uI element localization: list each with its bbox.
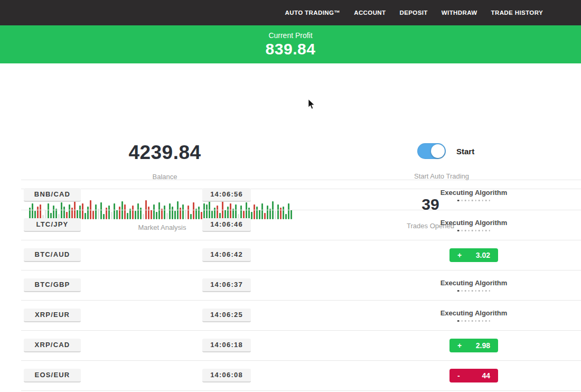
pair-badge: BTC/GBP	[24, 278, 81, 292]
time-badge: 14:06:25	[202, 309, 251, 322]
status-executing: Executing Algorithm	[441, 309, 508, 322]
time-badge: 14:06:42	[202, 248, 251, 262]
result-value: 44	[482, 371, 490, 380]
pair-badge: LTC/JPY	[24, 218, 81, 232]
pair-badge: EOS/EUR	[24, 369, 81, 382]
status-text: Executing Algorithm	[441, 279, 508, 287]
current-profit-value: 839.84	[0, 40, 581, 58]
start-auto-trading-label: Start Auto Trading	[414, 172, 469, 180]
result-value: 2.98	[476, 341, 490, 350]
nav-item-trade-history[interactable]: TRADE HISTORY	[491, 10, 543, 16]
auto-trading-toggle[interactable]	[417, 143, 446, 159]
trade-row: BNB/CAD 14:06:56 Executing Algorithm	[21, 180, 581, 210]
time-badge: 14:06:18	[202, 339, 251, 352]
status-text: Executing Algorithm	[441, 219, 508, 227]
stats-section: 4239.84 Balance Start Start Auto Trading…	[0, 63, 581, 180]
loading-dots-icon	[441, 290, 508, 292]
time-badge: 14:06:46	[202, 218, 251, 232]
status-executing: Executing Algorithm	[441, 189, 508, 201]
trade-row: EOS/EUR 14:06:08 - 44	[21, 361, 581, 391]
status-executing: Executing Algorithm	[441, 219, 508, 231]
pair-badge: XRP/CAD	[24, 339, 81, 352]
loading-dots-icon	[441, 200, 508, 201]
nav-item-account[interactable]: ACCOUNT	[354, 10, 386, 16]
loss-badge: - 44	[449, 369, 498, 382]
result-value: 3.02	[476, 251, 490, 259]
current-profit-label: Current Profit	[0, 25, 581, 40]
pair-badge: BTC/AUD	[24, 248, 81, 262]
profit-badge: + 3.02	[449, 248, 498, 262]
toggle-start-label: Start	[456, 147, 474, 156]
time-badge: 14:06:56	[202, 188, 251, 202]
result-sign: -	[457, 371, 460, 380]
trades-table: BNB/CAD 14:06:56 Executing Algorithm LTC…	[21, 180, 581, 391]
nav-item-withdraw[interactable]: WITHDRAW	[442, 10, 477, 16]
nav-item-deposit[interactable]: DEPOSIT	[400, 10, 428, 16]
profit-badge: + 2.98	[449, 339, 498, 352]
time-badge: 14:06:37	[202, 278, 251, 292]
loading-dots-icon	[441, 320, 508, 322]
trade-row: BTC/AUD 14:06:42 + 3.02	[21, 240, 581, 270]
result-sign: +	[457, 251, 462, 259]
trade-row: XRP/EUR 14:06:25 Executing Algorithm	[21, 301, 581, 331]
status-executing: Executing Algorithm	[441, 279, 508, 292]
pair-badge: XRP/EUR	[24, 309, 81, 322]
time-badge: 14:06:08	[202, 369, 251, 382]
trade-row: XRP/CAD 14:06:18 + 2.98	[21, 331, 581, 361]
toggle-knob-icon	[431, 144, 445, 158]
loading-dots-icon	[441, 230, 508, 231]
trade-row: LTC/JPY 14:06:46 Executing Algorithm	[21, 210, 581, 240]
current-profit-banner: Current Profit 839.84	[0, 25, 581, 63]
nav-item-auto-trading[interactable]: AUTO TRADING™	[285, 10, 341, 16]
status-text: Executing Algorithm	[441, 309, 508, 317]
trade-row: BTC/GBP 14:06:37 Executing Algorithm	[21, 270, 581, 301]
balance-value: 4239.84	[128, 142, 201, 164]
result-sign: +	[457, 341, 462, 350]
mouse-cursor-icon	[308, 99, 315, 110]
balance-label: Balance	[153, 173, 177, 181]
pair-badge: BNB/CAD	[24, 188, 81, 202]
top-nav-bar: AUTO TRADING™ ACCOUNT DEPOSIT WITHDRAW T…	[0, 0, 581, 25]
status-text: Executing Algorithm	[441, 189, 508, 197]
